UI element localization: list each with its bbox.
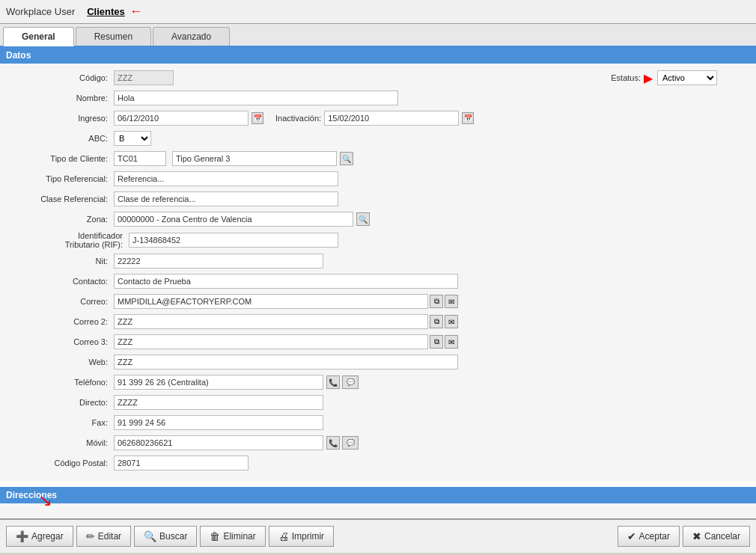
directo-label: Directo: bbox=[9, 398, 114, 407]
correo3-email-icon[interactable]: ✉ bbox=[445, 335, 458, 349]
telefono-call-icon[interactable]: 📞 bbox=[326, 375, 340, 389]
contacto-label: Contacto: bbox=[9, 277, 114, 286]
tab-general[interactable]: General bbox=[3, 27, 74, 46]
codigo-postal-row: Código Postal: bbox=[9, 455, 747, 471]
abc-select[interactable]: B A C bbox=[114, 131, 151, 146]
web-input[interactable] bbox=[114, 355, 458, 370]
editar-icon: ✏ bbox=[86, 530, 95, 542]
fax-input[interactable] bbox=[114, 415, 323, 430]
ingreso-row: Ingreso: 📅 Inactivación: 📅 bbox=[9, 110, 747, 126]
estado-select[interactable]: Activo Inactivo bbox=[657, 70, 717, 85]
fax-label: Fax: bbox=[9, 418, 114, 427]
contacto-input[interactable] bbox=[114, 274, 458, 289]
id-tributario-label: IdentificadorTributario (RIF): bbox=[9, 231, 129, 249]
correo2-label: Correo 2: bbox=[9, 317, 114, 326]
codigo-postal-input[interactable] bbox=[114, 456, 249, 470]
telefono-sms-icon[interactable]: 💬 bbox=[342, 375, 359, 389]
aceptar-button[interactable]: ✔ Aceptar bbox=[618, 526, 680, 547]
form-area: Código: Estatus: ▶ Activo Inactivo Nombr… bbox=[0, 64, 756, 481]
tab-resumen[interactable]: Resumen bbox=[76, 27, 151, 46]
correo-email-icon[interactable]: ✉ bbox=[445, 295, 458, 308]
tipo-referencial-label: Tipo Referencial: bbox=[9, 174, 114, 183]
correo-input[interactable] bbox=[114, 294, 428, 309]
nombre-input[interactable] bbox=[114, 91, 398, 105]
tipo-cliente-desc-input[interactable] bbox=[172, 151, 337, 166]
inactivacion-calendar-icon[interactable]: 📅 bbox=[462, 112, 474, 124]
correo3-row: Correo 3: ⧉ ✉ bbox=[9, 334, 747, 350]
directo-row: Directo: bbox=[9, 394, 747, 411]
correo2-email-icon[interactable]: ✉ bbox=[445, 315, 458, 328]
tipo-cliente-row: Tipo de Cliente: 🔍 bbox=[9, 150, 747, 167]
agregar-label: Agregar bbox=[31, 531, 64, 542]
aceptar-icon: ✔ bbox=[627, 530, 636, 542]
agregar-arrow: ↖ bbox=[39, 491, 52, 511]
nit-label: Nit: bbox=[9, 257, 114, 266]
cancelar-label: Cancelar bbox=[704, 531, 740, 542]
codigo-input[interactable] bbox=[114, 70, 174, 85]
correo2-copy-icon[interactable]: ⧉ bbox=[430, 315, 443, 328]
abc-row: ABC: B A C bbox=[9, 130, 747, 147]
imprimir-label: Imprimir bbox=[292, 531, 324, 542]
tipo-cliente-label: Tipo de Cliente: bbox=[9, 154, 114, 163]
ingreso-calendar-icon[interactable]: 📅 bbox=[252, 112, 263, 124]
agregar-button[interactable]: ➕ Agregar bbox=[6, 526, 73, 547]
cancelar-button[interactable]: ✖ Cancelar bbox=[683, 526, 750, 547]
tipo-cliente-search-icon[interactable]: 🔍 bbox=[340, 152, 353, 165]
zona-input[interactable] bbox=[114, 212, 353, 227]
imprimir-button[interactable]: 🖨 Imprimir bbox=[269, 526, 334, 547]
workplace-title: Workplace User bbox=[6, 6, 75, 17]
nombre-label: Nombre: bbox=[9, 93, 114, 102]
correo3-copy-icon[interactable]: ⧉ bbox=[430, 335, 443, 349]
inactivacion-date-group: 📅 bbox=[324, 111, 474, 126]
clase-referencial-input[interactable] bbox=[114, 191, 338, 206]
tipo-referencial-input[interactable] bbox=[114, 171, 338, 186]
movil-icons: 📞 💬 bbox=[326, 436, 359, 450]
correo2-input[interactable] bbox=[114, 314, 428, 329]
tab-avanzado[interactable]: Avanzado bbox=[153, 27, 230, 46]
correo3-input[interactable] bbox=[114, 334, 428, 349]
editar-button[interactable]: ✏ Editar bbox=[76, 526, 131, 547]
movil-input[interactable] bbox=[114, 435, 323, 450]
ingreso-input[interactable] bbox=[114, 111, 249, 126]
buscar-label: Buscar bbox=[159, 531, 187, 542]
tipo-cliente-code-input[interactable] bbox=[114, 151, 166, 166]
correo-row: Correo: ⧉ ✉ bbox=[9, 293, 747, 310]
correo-label: Correo: bbox=[9, 297, 114, 306]
nit-input[interactable] bbox=[114, 254, 323, 269]
movil-sms-icon[interactable]: 💬 bbox=[342, 436, 359, 450]
title-bar: Workplace User Clientes ← bbox=[0, 0, 756, 24]
clientes-title: Clientes bbox=[87, 6, 125, 17]
correo-copy-icon[interactable]: ⧉ bbox=[430, 295, 443, 308]
id-tributario-input[interactable] bbox=[129, 233, 338, 248]
telefono-input[interactable] bbox=[114, 375, 323, 390]
zona-label: Zona: bbox=[9, 215, 114, 224]
ingreso-date-group: 📅 bbox=[114, 111, 263, 126]
codigo-postal-label: Código Postal: bbox=[9, 459, 114, 467]
status-arrow: ▶ bbox=[644, 71, 653, 85]
nombre-row: Nombre: bbox=[9, 90, 747, 106]
zona-search-icon[interactable]: 🔍 bbox=[356, 212, 370, 226]
clase-referencial-row: Clase Referencial: bbox=[9, 191, 747, 207]
buscar-button[interactable]: 🔍 Buscar bbox=[134, 526, 197, 547]
inactivacion-input[interactable] bbox=[324, 111, 459, 126]
clase-referencial-label: Clase Referencial: bbox=[9, 194, 114, 203]
eliminar-icon: 🗑 bbox=[210, 530, 220, 542]
movil-row: Móvil: 📞 💬 bbox=[9, 435, 747, 451]
inactivacion-label: Inactivación: bbox=[275, 114, 321, 123]
web-row: Web: bbox=[9, 354, 747, 370]
telefono-icons: 📞 💬 bbox=[326, 375, 359, 389]
directo-input[interactable] bbox=[114, 395, 323, 410]
tipo-referencial-row: Tipo Referencial: bbox=[9, 171, 747, 187]
eliminar-button[interactable]: 🗑 Eliminar bbox=[200, 526, 265, 547]
eliminar-label: Eliminar bbox=[223, 531, 255, 542]
movil-call-icon[interactable]: 📞 bbox=[326, 436, 340, 450]
fax-row: Fax: bbox=[9, 414, 747, 431]
cancelar-icon: ✖ bbox=[692, 530, 701, 542]
zona-group: 🔍 bbox=[114, 212, 370, 227]
tabs-bar: General Resumen Avanzado bbox=[0, 24, 756, 47]
datos-section-header: Datos bbox=[0, 47, 756, 64]
main-content: Datos Código: Estatus: ▶ Activo Inactivo… bbox=[0, 47, 756, 518]
direcciones-content bbox=[0, 503, 756, 518]
arrow-indicator: ← bbox=[129, 4, 143, 19]
bottom-toolbar: ↖ ➕ Agregar ✏ Editar 🔍 Buscar 🗑 Eliminar… bbox=[0, 518, 756, 553]
